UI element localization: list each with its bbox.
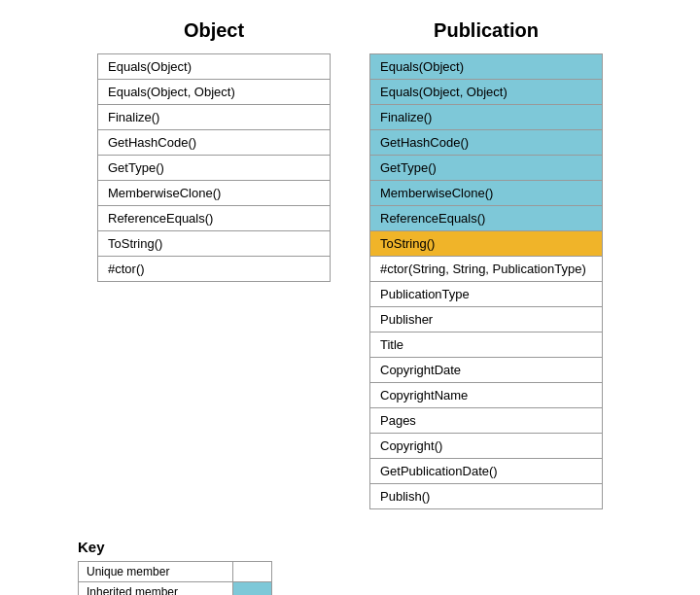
cell-label: Equals(Object, Object) [98, 80, 331, 105]
table-row: GetPublicationDate() [370, 459, 603, 484]
key-table: Unique member Inherited member Overridde… [78, 561, 272, 595]
table-row: ToString() [98, 231, 331, 257]
cell-label: #ctor() [98, 257, 331, 282]
table-row: Equals(Object) [98, 54, 331, 80]
publication-title: Publication [434, 19, 539, 42]
key-color [233, 562, 272, 582]
table-row: Publisher [370, 307, 603, 332]
table-row: Title [370, 332, 603, 358]
key-label: Inherited member [79, 582, 233, 596]
cell-label: GetPublicationDate() [370, 459, 603, 484]
cell-label: MemberwiseClone() [370, 181, 603, 206]
table-row: #ctor(String, String, PublicationType) [370, 257, 603, 282]
cell-label: PublicationType [370, 282, 603, 307]
cell-label: Equals(Object) [370, 54, 603, 80]
object-column: Object Equals(Object)Equals(Object, Obje… [97, 19, 331, 509]
publication-column: Publication Equals(Object)Equals(Object,… [369, 19, 603, 509]
cell-label: Title [370, 332, 603, 358]
object-title: Object [184, 19, 244, 42]
table-row: Pages [370, 408, 603, 434]
cell-label: Finalize() [370, 105, 603, 130]
table-row: GetHashCode() [98, 130, 331, 156]
table-row: Publish() [370, 484, 603, 509]
table-row: PublicationType [370, 282, 603, 307]
cell-label: ToString() [98, 231, 331, 257]
cell-label: GetType() [98, 156, 331, 181]
cell-label: Equals(Object) [98, 54, 331, 80]
cell-label: Pages [370, 408, 603, 434]
cell-label: Publisher [370, 307, 603, 332]
cell-label: MemberwiseClone() [98, 181, 331, 206]
main-container: Object Equals(Object)Equals(Object, Obje… [19, 19, 681, 509]
table-row: #ctor() [98, 257, 331, 282]
key-color [233, 582, 272, 596]
cell-label: GetHashCode() [98, 130, 331, 156]
cell-label: GetHashCode() [370, 130, 603, 156]
key-title: Key [78, 539, 272, 555]
table-row: Equals(Object, Object) [98, 80, 331, 105]
cell-label: ReferenceEquals() [98, 206, 331, 231]
cell-label: GetType() [370, 156, 603, 181]
cell-label: Finalize() [98, 105, 331, 130]
table-row: MemberwiseClone() [98, 181, 331, 206]
table-row: Finalize() [370, 105, 603, 130]
cell-label: #ctor(String, String, PublicationType) [370, 257, 603, 282]
table-row: ReferenceEquals() [370, 206, 603, 231]
table-row: Equals(Object, Object) [370, 80, 603, 105]
table-row: GetHashCode() [370, 130, 603, 156]
cell-label: Copyright() [370, 434, 603, 459]
table-row: Copyright() [370, 434, 603, 459]
cell-label: CopyrightDate [370, 358, 603, 383]
list-item: Inherited member [79, 582, 272, 596]
object-table: Equals(Object)Equals(Object, Object)Fina… [97, 53, 331, 282]
cell-label: Equals(Object, Object) [370, 80, 603, 105]
table-row: MemberwiseClone() [370, 181, 603, 206]
table-row: CopyrightName [370, 383, 603, 408]
cell-label: Publish() [370, 484, 603, 509]
cell-label: ToString() [370, 231, 603, 257]
table-row: Finalize() [98, 105, 331, 130]
cell-label: ReferenceEquals() [370, 206, 603, 231]
list-item: Unique member [79, 562, 272, 582]
key-section: Key Unique member Inherited member Overr… [78, 539, 272, 595]
publication-table: Equals(Object)Equals(Object, Object)Fina… [369, 53, 603, 509]
table-row: ToString() [370, 231, 603, 257]
table-row: CopyrightDate [370, 358, 603, 383]
table-row: GetType() [370, 156, 603, 181]
key-label: Unique member [79, 562, 233, 582]
table-row: GetType() [98, 156, 331, 181]
cell-label: CopyrightName [370, 383, 603, 408]
table-row: Equals(Object) [370, 54, 603, 80]
table-row: ReferenceEquals() [98, 206, 331, 231]
